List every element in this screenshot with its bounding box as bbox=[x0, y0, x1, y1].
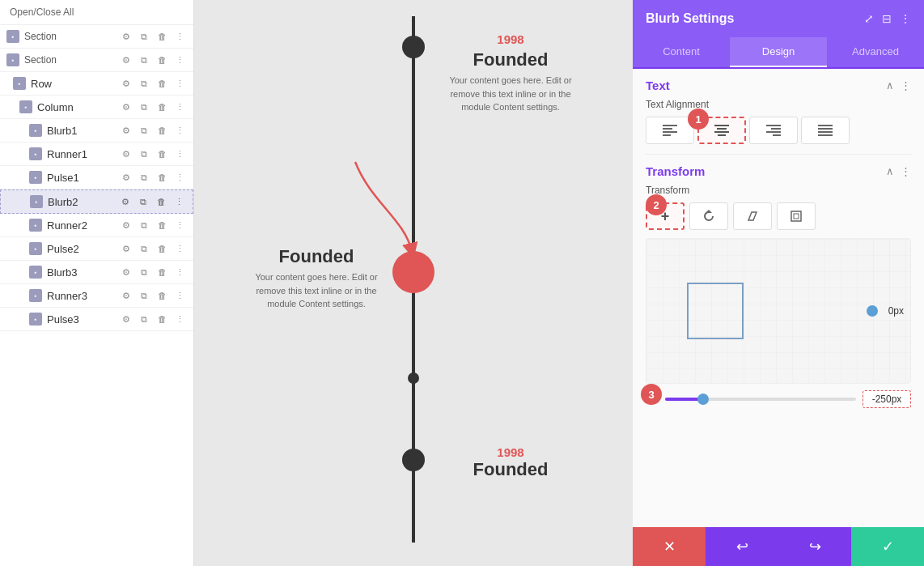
d3[interactable]: ⧉ bbox=[137, 170, 151, 185]
del7[interactable]: 🗑 bbox=[155, 265, 169, 279]
del1[interactable]: 🗑 bbox=[155, 123, 169, 138]
m5[interactable]: ⋮ bbox=[172, 218, 187, 232]
layer-blurb1[interactable]: ▪ Blurb1 ⚙ ⧉ 🗑 ⋮ bbox=[0, 119, 193, 143]
d9[interactable]: ⧉ bbox=[137, 312, 151, 326]
m2[interactable]: ⋮ bbox=[172, 147, 187, 161]
m3[interactable]: ⋮ bbox=[172, 170, 187, 185]
s5[interactable]: ⚙ bbox=[119, 218, 134, 232]
svg-rect-7 bbox=[718, 134, 726, 136]
m4[interactable]: ⋮ bbox=[172, 194, 186, 209]
d8[interactable]: ⧉ bbox=[137, 288, 151, 303]
split-icon[interactable]: ⊟ bbox=[882, 12, 892, 25]
delete-icon-row[interactable]: 🗑 bbox=[155, 76, 169, 91]
open-close-all[interactable]: Open/Close All bbox=[0, 0, 193, 25]
m1[interactable]: ⋮ bbox=[172, 123, 187, 138]
section2-label: Section bbox=[24, 54, 119, 66]
m9[interactable]: ⋮ bbox=[172, 312, 187, 326]
duplicate-icon-row[interactable]: ⧉ bbox=[137, 76, 151, 91]
settings-icon-row[interactable]: ⚙ bbox=[119, 76, 134, 91]
confirm-button[interactable]: ✓ bbox=[851, 527, 924, 566]
del8[interactable]: 🗑 bbox=[155, 288, 169, 303]
transform-label: Transform bbox=[646, 185, 911, 196]
s8[interactable]: ⚙ bbox=[119, 288, 134, 303]
s6[interactable]: ⚙ bbox=[119, 241, 134, 256]
d6[interactable]: ⧉ bbox=[137, 241, 151, 256]
duplicate-icon[interactable]: ⧉ bbox=[137, 29, 151, 44]
layer-pulse3[interactable]: ▪ Pulse3 ⚙ ⧉ 🗑 ⋮ bbox=[0, 308, 193, 331]
blurb1-label: Blurb1 bbox=[47, 125, 119, 137]
transform-scale-btn[interactable] bbox=[777, 202, 816, 230]
undo-button[interactable]: ↩ bbox=[706, 527, 778, 566]
slider-thumb[interactable] bbox=[697, 394, 709, 405]
s1[interactable]: ⚙ bbox=[119, 123, 134, 138]
settings-icon-col[interactable]: ⚙ bbox=[119, 100, 134, 114]
transform-rotate-btn[interactable] bbox=[689, 202, 728, 230]
slider-track[interactable] bbox=[665, 398, 856, 401]
s2[interactable]: ⚙ bbox=[119, 147, 134, 161]
expand-icon[interactable]: ⤢ bbox=[864, 12, 874, 25]
m7[interactable]: ⋮ bbox=[172, 265, 187, 279]
text-section-body: Text Alignment 1 bbox=[633, 99, 924, 154]
redo-button[interactable]: ↪ bbox=[778, 527, 851, 566]
del9[interactable]: 🗑 bbox=[155, 312, 169, 326]
layer-runner1[interactable]: ▪ Runner1 ⚙ ⧉ 🗑 ⋮ bbox=[0, 143, 193, 166]
s9[interactable]: ⚙ bbox=[119, 312, 134, 326]
m6[interactable]: ⋮ bbox=[172, 241, 187, 256]
collapse-transform-icon[interactable]: ∧ bbox=[886, 165, 894, 177]
layer-runner3[interactable]: ▪ Runner3 ⚙ ⧉ 🗑 ⋮ bbox=[0, 284, 193, 308]
svg-rect-5 bbox=[717, 128, 727, 130]
transform-handle[interactable] bbox=[867, 305, 878, 317]
d7[interactable]: ⧉ bbox=[137, 265, 151, 279]
slider-value[interactable]: -250px bbox=[863, 390, 911, 408]
d5[interactable]: ⧉ bbox=[137, 218, 151, 232]
duplicate-icon2[interactable]: ⧉ bbox=[137, 53, 151, 67]
delete-icon-col[interactable]: 🗑 bbox=[155, 100, 169, 114]
more-transform-icon[interactable]: ⋮ bbox=[901, 165, 911, 177]
layer-pulse2[interactable]: ▪ Pulse2 ⚙ ⧉ 🗑 ⋮ bbox=[0, 237, 193, 261]
layer-row[interactable]: ▪ Row ⚙ ⧉ 🗑 ⋮ bbox=[0, 72, 193, 96]
layer-column[interactable]: ▪ Column ⚙ ⧉ 🗑 ⋮ bbox=[0, 96, 193, 119]
svg-rect-12 bbox=[818, 125, 833, 126]
pulse3-icons: ⚙ ⧉ 🗑 ⋮ bbox=[119, 312, 187, 326]
section1-label: Section bbox=[24, 31, 119, 42]
tab-advanced[interactable]: Advanced bbox=[827, 37, 924, 67]
del3[interactable]: 🗑 bbox=[155, 170, 169, 185]
cancel-button[interactable]: ✕ bbox=[633, 527, 706, 566]
settings-icon2[interactable]: ⚙ bbox=[119, 53, 134, 67]
transform-skew-btn[interactable] bbox=[733, 202, 772, 230]
settings-icon[interactable]: ⚙ bbox=[119, 29, 134, 44]
canvas-area: 1998 Founded Your content goes here. Edi… bbox=[194, 0, 633, 566]
more-icon2[interactable]: ⋮ bbox=[172, 53, 187, 67]
more-options-icon[interactable]: ⋮ bbox=[900, 12, 911, 25]
align-left-btn[interactable] bbox=[646, 117, 694, 144]
collapse-text-icon[interactable]: ∧ bbox=[886, 79, 894, 91]
s3[interactable]: ⚙ bbox=[119, 170, 134, 185]
layer-section1[interactable]: ▪ Section ⚙ ⧉ 🗑 ⋮ bbox=[0, 25, 193, 49]
align-right-btn[interactable] bbox=[749, 117, 798, 144]
layer-runner2[interactable]: ▪ Runner2 ⚙ ⧉ 🗑 ⋮ bbox=[0, 214, 193, 237]
layer-blurb2[interactable]: ▪ Blurb2 ⚙ ⧉ 🗑 ⋮ bbox=[0, 189, 193, 214]
tab-content[interactable]: Content bbox=[633, 37, 730, 67]
s7[interactable]: ⚙ bbox=[119, 265, 134, 279]
d4[interactable]: ⧉ bbox=[136, 194, 150, 209]
tab-design[interactable]: Design bbox=[730, 37, 827, 67]
d1[interactable]: ⧉ bbox=[137, 123, 151, 138]
delete-icon2[interactable]: 🗑 bbox=[155, 53, 169, 67]
duplicate-icon-col[interactable]: ⧉ bbox=[137, 100, 151, 114]
layer-blurb3[interactable]: ▪ Blurb3 ⚙ ⧉ 🗑 ⋮ bbox=[0, 261, 193, 284]
d2[interactable]: ⧉ bbox=[137, 147, 151, 161]
align-justify-btn[interactable] bbox=[801, 117, 850, 144]
s4[interactable]: ⚙ bbox=[118, 194, 133, 209]
more-icon-row[interactable]: ⋮ bbox=[172, 76, 187, 91]
more-icon[interactable]: ⋮ bbox=[172, 29, 187, 44]
delete-icon[interactable]: 🗑 bbox=[155, 29, 169, 44]
del4[interactable]: 🗑 bbox=[154, 194, 168, 209]
m8[interactable]: ⋮ bbox=[172, 288, 187, 303]
more-icon-col[interactable]: ⋮ bbox=[172, 100, 187, 114]
del2[interactable]: 🗑 bbox=[155, 147, 169, 161]
del5[interactable]: 🗑 bbox=[155, 218, 169, 232]
layer-pulse1[interactable]: ▪ Pulse1 ⚙ ⧉ 🗑 ⋮ bbox=[0, 166, 193, 189]
del6[interactable]: 🗑 bbox=[155, 241, 169, 256]
more-text-icon[interactable]: ⋮ bbox=[901, 79, 911, 91]
layer-section2[interactable]: ▪ Section ⚙ ⧉ 🗑 ⋮ bbox=[0, 49, 193, 72]
